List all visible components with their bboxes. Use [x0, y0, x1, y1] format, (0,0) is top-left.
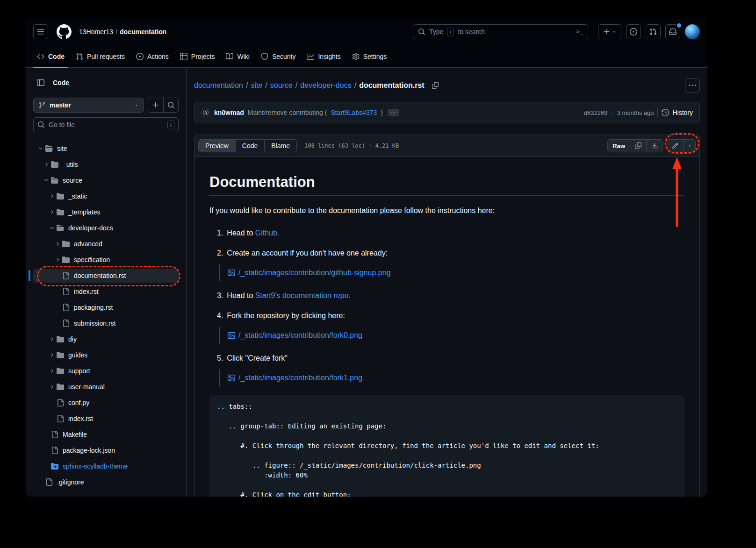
tab-actions[interactable]: Actions	[132, 46, 173, 67]
copy-path-icon[interactable]	[432, 82, 439, 89]
caret-down-icon	[687, 143, 692, 148]
tree-item[interactable]: conf.py	[33, 396, 179, 410]
tree-item-icon	[57, 383, 64, 391]
tree-chevron	[47, 415, 57, 422]
search-tree-button[interactable]	[163, 98, 178, 112]
github-logo[interactable]	[57, 24, 72, 39]
download-button[interactable]	[646, 140, 662, 152]
tree-item[interactable]: sphinx-scylladb-theme	[33, 459, 179, 473]
commit-message-link[interactable]: Start9Labs#373	[331, 109, 377, 116]
tree-chevron	[42, 161, 51, 168]
folder-icon	[57, 208, 64, 216]
inbox-button[interactable]	[665, 24, 680, 39]
raw-button[interactable]: Raw	[608, 140, 630, 152]
issue-opened-icon	[630, 28, 637, 36]
user-avatar[interactable]	[685, 24, 700, 39]
command-palette-icon[interactable]: >_	[576, 28, 583, 35]
tree-item[interactable]: package-lock.json	[33, 443, 179, 457]
chevron-right-icon	[55, 257, 60, 263]
create-new-button[interactable]	[598, 24, 621, 39]
edit-dropdown-button[interactable]	[683, 140, 695, 152]
tree-chevron	[53, 256, 62, 263]
tree-item[interactable]: guides	[33, 348, 179, 362]
tree-item[interactable]: user-manual	[33, 380, 179, 394]
list-text: Head to	[227, 292, 255, 299]
tree-item[interactable]: index.rst	[33, 412, 179, 426]
hamburger-icon	[37, 28, 44, 36]
commit-time: 3 months ago	[617, 109, 654, 116]
tree-item[interactable]: _static	[33, 189, 179, 203]
pull-requests-button[interactable]	[646, 24, 661, 39]
broken-image-link[interactable]: /_static/images/contribution/github-sign…	[228, 267, 677, 278]
commit-author[interactable]: kn0wmad	[214, 109, 244, 116]
commit-meta-divider	[657, 108, 658, 117]
tree-item[interactable]: support	[33, 364, 179, 378]
tree-item[interactable]: specification	[33, 253, 179, 267]
folder-open-icon	[57, 224, 64, 232]
image-link-text: /_static/images/contribution/fork1.png	[238, 372, 362, 384]
breadcrumb-link-repo[interactable]: documentation	[194, 81, 243, 90]
owner-link[interactable]: 13Homer13	[79, 28, 113, 36]
history-button[interactable]: History	[662, 109, 693, 116]
chevron-right-icon	[49, 384, 55, 390]
broken-image-link[interactable]: /_static/images/contribution/fork0.png	[228, 330, 677, 341]
tree-item-icon	[62, 256, 70, 263]
branch-selector[interactable]: master	[33, 98, 144, 113]
github-link[interactable]: Github.	[255, 229, 280, 237]
tree-item[interactable]: diy	[33, 332, 179, 346]
plus-icon	[152, 101, 159, 109]
tree-item[interactable]: index.rst	[33, 285, 179, 299]
history-icon	[662, 109, 669, 116]
collapse-sidebar-button[interactable]	[33, 75, 48, 90]
copy-file-button[interactable]	[630, 140, 646, 152]
commit-author-avatar[interactable]	[201, 108, 210, 117]
breadcrumb-link-source[interactable]: source	[270, 81, 293, 90]
tab-wiki[interactable]: Wiki	[222, 46, 253, 67]
tree-item[interactable]: site	[33, 142, 179, 156]
tab-settings[interactable]: Settings	[348, 46, 391, 67]
tree-item[interactable]: developer-docs	[33, 221, 179, 235]
image-icon	[228, 332, 235, 339]
issues-button[interactable]	[626, 24, 641, 39]
breadcrumb-link-site[interactable]: site	[251, 81, 262, 90]
tab-pull-requests[interactable]: Pull requests	[72, 46, 129, 67]
hamburger-menu-button[interactable]	[33, 24, 48, 39]
commit-message: Maint/remove contributing (	[248, 109, 327, 116]
breadcrumb-link-developer-docs[interactable]: developer-docs	[300, 81, 351, 90]
tree-item[interactable]: _utils	[33, 157, 179, 171]
edit-file-button[interactable]	[667, 140, 683, 152]
tree-item-label: sphinx-scylladb-theme	[63, 463, 128, 470]
tree-item[interactable]: documentation.rst	[33, 269, 179, 283]
broken-image-link[interactable]: /_static/images/contribution/fork1.png	[228, 372, 677, 384]
go-to-file-input[interactable]: Go to file t	[33, 117, 179, 132]
tab-preview[interactable]: Preview	[199, 140, 235, 152]
caret-down-icon	[612, 29, 617, 34]
inbox-icon	[669, 28, 677, 36]
panel-icon	[37, 79, 44, 86]
more-options-button[interactable]	[685, 78, 700, 93]
tree-item-label: developer-docs	[68, 224, 113, 232]
tab-insights[interactable]: Insights	[303, 46, 344, 67]
tab-projects[interactable]: Projects	[176, 46, 219, 67]
repo-link[interactable]: documentation	[120, 28, 166, 36]
tree-item-icon	[57, 399, 64, 406]
tree-item-icon	[62, 304, 70, 311]
start9-docs-link[interactable]: Start9's documentation repo.	[255, 292, 351, 299]
tree-item[interactable]: packaging.rst	[33, 300, 179, 314]
tree-item[interactable]: _templates	[33, 205, 179, 219]
tree-chevron	[42, 447, 51, 454]
pull-request-icon	[649, 28, 657, 36]
tab-security[interactable]: Security	[257, 46, 300, 67]
tree-item[interactable]: Makefile	[33, 427, 179, 441]
tab-code-view[interactable]: Code	[235, 140, 264, 152]
global-search-input[interactable]: Type / to search >_	[413, 24, 588, 39]
tree-item[interactable]: .gitignore	[33, 475, 179, 489]
new-file-button[interactable]	[148, 98, 163, 112]
tree-item[interactable]: submission.rst	[33, 316, 179, 330]
expand-commit-message-button[interactable]: …	[388, 109, 399, 116]
tree-item-icon	[57, 208, 64, 216]
tab-blame[interactable]: Blame	[264, 140, 296, 152]
tab-code[interactable]: Code	[33, 46, 68, 67]
tree-item[interactable]: advanced	[33, 237, 179, 251]
tree-item[interactable]: source	[33, 173, 179, 187]
